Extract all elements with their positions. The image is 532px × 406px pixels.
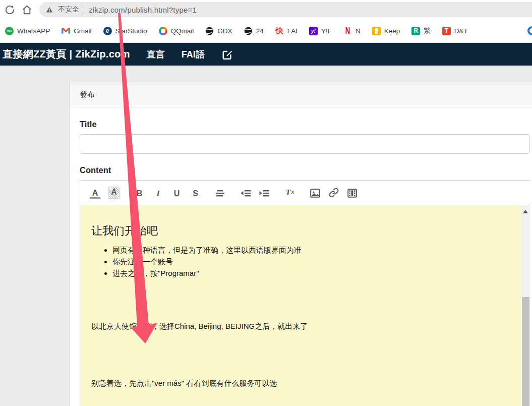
yahoo-icon: y! (309, 27, 318, 35)
title-label: Title (80, 120, 530, 129)
bookmark-24[interactable]: 24 (244, 27, 264, 35)
compose-button[interactable] (222, 49, 233, 60)
site-brand[interactable]: 直接網ZZ黃頁 | ZikZip.com (3, 47, 130, 61)
reload-button[interactable] (1, 1, 18, 18)
netflix-icon: N (344, 27, 350, 35)
reload-icon (4, 4, 16, 16)
insert-video-button[interactable] (347, 187, 358, 199)
bookmark-netflix[interactable]: N N (343, 27, 361, 35)
bookmark-starstudio[interactable]: e StarStudio (103, 27, 147, 35)
italic-button[interactable]: I (153, 187, 163, 199)
clear-formatting-button[interactable]: Tx (284, 187, 295, 199)
bookmark-gmail[interactable]: Gmail (62, 27, 91, 35)
bookmark-keep[interactable]: Keep (372, 27, 400, 35)
page-background: 發布 Title Content A A B I U S (0, 66, 532, 406)
outdent-icon (241, 189, 251, 198)
home-icon (21, 4, 33, 16)
scroll-up-arrow-icon[interactable] (523, 210, 528, 213)
bookmark-qqmail[interactable]: QQmail (159, 27, 194, 35)
site-navbar: 直接網ZZ黃頁 | ZikZip.com 直言 FAI語 (0, 43, 532, 66)
bookmarks-bar: 50 WhatsAPP Gmail e StarStudio QQmail GD… (0, 19, 532, 43)
home-button[interactable] (18, 1, 35, 18)
nav-link-faiyu[interactable]: FAI語 (182, 48, 205, 61)
not-secure-warning-icon (45, 6, 53, 14)
t-icon: T (442, 27, 451, 35)
insert-link-button[interactable] (328, 187, 339, 199)
outdent-button[interactable] (241, 187, 251, 199)
starstudio-icon: e (103, 27, 112, 35)
panel-body: Title Content A A B I U S (70, 107, 532, 406)
content-label: Content (80, 165, 530, 175)
editor-scrollbar[interactable] (521, 205, 530, 406)
bold-button[interactable]: B (134, 187, 145, 199)
whatsapp-icon: 50 (5, 27, 14, 35)
editor-paragraph: 以北京大使馆为例，选择China, Beijing, BEIJING之后，就出来… (91, 322, 510, 331)
align-button[interactable] (215, 187, 226, 199)
insert-image-button[interactable] (310, 187, 320, 199)
bookmark-yahoo-finance[interactable]: y! Y!F (309, 27, 332, 35)
film-icon (347, 189, 357, 198)
globe-icon (244, 27, 253, 35)
bookmark-gdx[interactable]: GDX (205, 27, 232, 35)
gmail-icon (62, 27, 70, 35)
editor-content-area[interactable]: 让我们开始吧 网页有多种语言，但是为了准确，这里以西语版界面为准 你先注册一个账… (80, 205, 530, 406)
bookmark-fan[interactable]: R 繁 (411, 26, 431, 35)
editor-bullet-list: 网页有多种语言，但是为了准确，这里以西语版界面为准 你先注册一个账号 进去之后，… (91, 244, 510, 279)
editor-bullet: 网页有多种语言，但是为了准确，这里以西语版界面为准 (112, 244, 510, 256)
omnibox-divider (84, 6, 84, 14)
address-bar[interactable]: 不安全 zikzip.com/publish.html?type=1 (39, 2, 532, 17)
align-icon (216, 189, 226, 198)
r-icon: R (411, 27, 420, 35)
editor-heading: 让我们开始吧 (91, 223, 510, 239)
strikethrough-button[interactable]: S (190, 187, 201, 199)
keep-icon (372, 27, 381, 35)
clipped-favicon[interactable] (527, 26, 532, 35)
editor-bullet: 进去之后，按"Programar" (112, 267, 510, 279)
panel-header: 發布 (70, 82, 532, 107)
fai-icon: 快 (275, 27, 284, 35)
compose-icon (222, 49, 233, 60)
rich-text-editor: A A B I U S (80, 180, 530, 406)
bookmark-fai[interactable]: 快 FAI (275, 27, 298, 35)
indent-icon (259, 189, 270, 198)
scrollbar-thumb[interactable] (522, 297, 529, 406)
background-color-button[interactable]: A (108, 187, 120, 199)
nav-link-zhiyan[interactable]: 直言 (147, 48, 165, 61)
link-icon (329, 188, 339, 198)
globe-icon (205, 27, 214, 35)
underline-button[interactable]: U (171, 187, 182, 199)
text-color-button[interactable]: A (90, 187, 100, 199)
bookmark-whatsapp[interactable]: 50 WhatsAPP (5, 27, 50, 35)
title-input[interactable] (80, 134, 530, 154)
qqmail-icon (159, 27, 167, 35)
browser-toolbar: 不安全 zikzip.com/publish.html?type=1 (0, 0, 532, 19)
editor-bullet: 你先注册一个账号 (112, 256, 510, 267)
editor-paragraph: 别急着选，先点击"ver más" 看看到底有什么服务可以选 (91, 379, 510, 388)
security-status: 不安全 (58, 5, 79, 14)
indent-button[interactable] (259, 187, 270, 199)
bookmark-dt[interactable]: T D&T (442, 27, 468, 35)
publish-panel: 發布 Title Content A A B I U S (69, 82, 532, 406)
page-url: zikzip.com/publish.html?type=1 (89, 6, 197, 14)
image-icon (310, 189, 320, 198)
editor-toolbar: A A B I U S (80, 181, 530, 205)
